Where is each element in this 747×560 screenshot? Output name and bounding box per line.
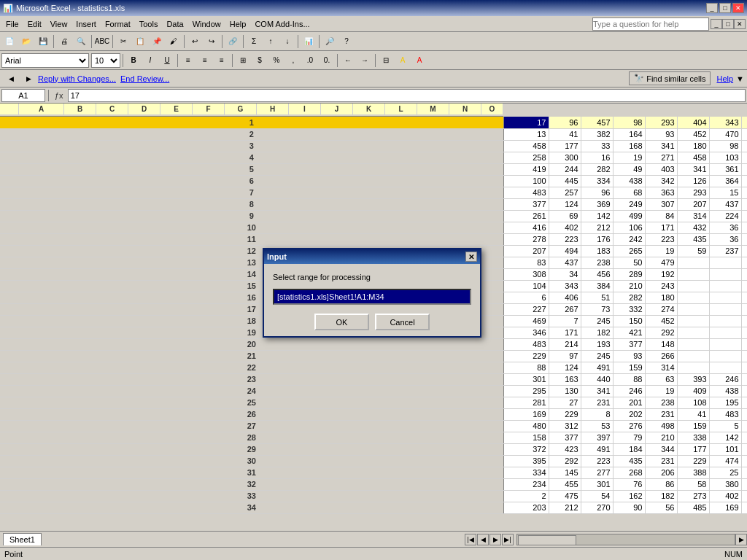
cell[interactable]: 474 [709,455,741,467]
row-number-cell[interactable]: 8 [0,198,503,210]
open-button[interactable]: 📂 [18,34,34,50]
cell[interactable]: 363 [645,187,677,198]
cell[interactable]: 223 [645,233,677,245]
cell[interactable]: 180 [677,140,709,152]
cell[interactable] [677,292,709,303]
comma-button[interactable]: , [285,52,301,69]
dialog-cancel-button[interactable]: Cancel [375,314,430,330]
cell[interactable] [677,362,709,373]
cell[interactable]: 162 [613,490,645,502]
cell[interactable] [677,268,709,280]
cut-button[interactable]: ✂ [115,34,131,50]
cell[interactable]: 76 [613,478,645,490]
spell-button[interactable]: ABC [94,34,110,50]
cell[interactable]: 49 [613,163,645,175]
cell[interactable]: 277 [581,467,613,478]
cell[interactable]: 440 [581,373,613,385]
cell[interactable]: 293 [677,187,709,198]
cell[interactable]: 19 [613,152,645,163]
cell[interactable]: 210 [645,432,677,443]
cell[interactable]: 423 [549,443,581,455]
new-button[interactable]: 📄 [1,34,18,50]
cell[interactable]: 210 [613,280,645,292]
cell[interactable] [741,257,747,268]
row-number-cell[interactable]: 25 [0,397,503,408]
underline-button[interactable]: U [159,52,175,69]
cell[interactable]: 377 [549,432,581,443]
scroll-prev-button[interactable]: ◀ [477,534,489,545]
row-number-cell[interactable]: 2 [0,128,503,140]
cell[interactable]: 163 [549,373,581,385]
cell[interactable]: 257 [549,187,581,198]
menu-help[interactable]: Help [225,18,251,30]
cell[interactable]: 93 [645,128,677,140]
cell[interactable]: 106 [613,222,645,233]
cell[interactable]: 361 [709,163,741,175]
cell[interactable]: 499 [613,210,645,222]
cell[interactable] [709,303,741,315]
cell[interactable]: 41 [549,128,581,140]
cell[interactable]: 308 [503,268,549,280]
cell[interactable]: 270 [581,502,613,513]
cell[interactable]: 63 [645,373,677,385]
cell[interactable]: 273 [677,490,709,502]
row-number-cell[interactable]: 23 [0,373,503,385]
cell[interactable]: 229 [677,455,709,467]
cell[interactable]: 323 [741,467,747,478]
col-header-o[interactable]: O [481,104,503,115]
cell[interactable]: 246 [613,385,645,397]
cell[interactable]: 84 [645,210,677,222]
cell[interactable]: 372 [503,443,549,455]
cell[interactable]: 224 [709,210,741,222]
cell[interactable]: 148 [741,210,747,222]
cell[interactable]: 455 [549,478,581,490]
cell[interactable]: 262 [741,117,747,128]
print-button[interactable]: 🖨 [56,34,72,50]
help-button[interactable]: ? [338,34,355,50]
cell[interactable]: 469 [503,315,549,327]
close-button[interactable]: ✕ [732,3,744,13]
cell[interactable]: 176 [581,233,613,245]
col-header-d[interactable]: D [128,104,160,115]
cell[interactable]: 341 [645,140,677,152]
cell[interactable]: 207 [677,198,709,210]
cell[interactable]: 261 [503,210,549,222]
cell[interactable]: 171 [549,327,581,338]
cell[interactable]: 52 [741,490,747,502]
row-number-cell[interactable]: 26 [0,408,503,420]
border-button[interactable]: ⊟ [378,52,394,69]
cell[interactable]: 458 [677,152,709,163]
font-family-select[interactable]: Arial [1,53,89,68]
cell[interactable] [741,280,747,292]
align-right-button[interactable]: ≡ [214,52,230,69]
cell[interactable]: 36 [709,222,741,233]
cell[interactable]: 435 [677,233,709,245]
cell[interactable]: 238 [645,397,677,408]
app-minimize-button[interactable]: _ [711,19,722,29]
cell[interactable] [709,257,741,268]
cell[interactable]: 214 [549,338,581,350]
cell[interactable]: 452 [677,128,709,140]
cell[interactable]: 334 [581,175,613,187]
cell[interactable]: 19 [645,385,677,397]
cell[interactable]: 96 [581,187,613,198]
row-number-cell[interactable]: 32 [0,478,503,490]
cell[interactable]: 6 [503,292,549,303]
cell[interactable]: 97 [549,350,581,362]
cell[interactable]: 184 [613,443,645,455]
cell[interactable]: 458 [503,140,549,152]
col-header-k[interactable]: K [353,104,385,115]
cell[interactable]: 19 [645,245,677,257]
cell[interactable]: 182 [645,490,677,502]
cell[interactable]: 314 [645,362,677,373]
col-header-j[interactable]: J [321,104,353,115]
cell[interactable] [677,280,709,292]
cell[interactable]: 108 [677,397,709,408]
cell[interactable]: 282 [613,292,645,303]
cell[interactable]: 404 [677,117,709,128]
cell[interactable]: 338 [677,432,709,443]
cell[interactable]: 475 [549,490,581,502]
cell[interactable]: 88 [503,362,549,373]
cell[interactable] [677,338,709,350]
cell[interactable]: 410 [741,163,747,175]
